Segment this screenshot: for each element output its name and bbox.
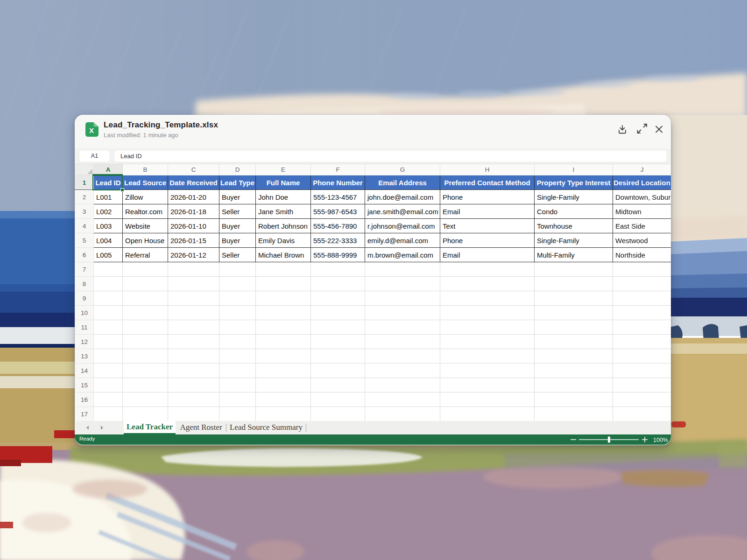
- svg-text:X: X: [89, 126, 94, 134]
- svg-text:100%: 100%: [653, 437, 668, 443]
